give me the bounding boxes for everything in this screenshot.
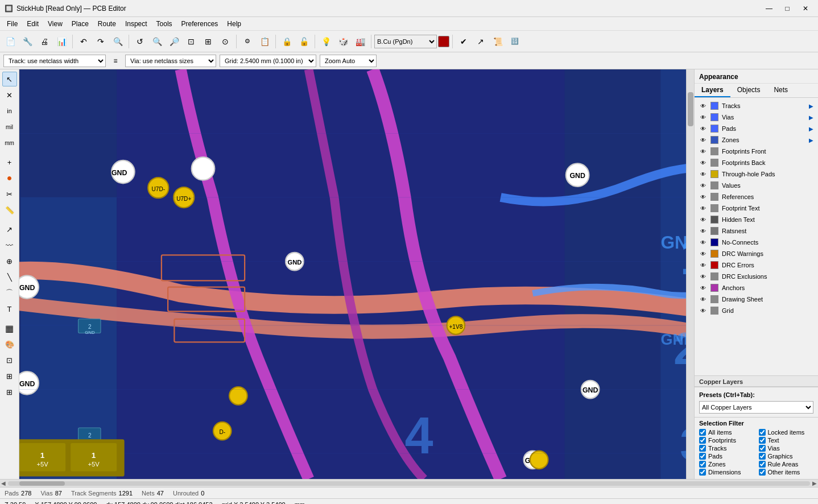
layer-arrow-icon[interactable]: ▶ [809,103,813,109]
layer-item[interactable]: 👁DRC Warnings [695,248,818,259]
menu-item-preferences[interactable]: Preferences [177,19,223,29]
sf-item-text[interactable]: Text [759,437,814,444]
lock-button[interactable]: 🔒 [279,34,295,49]
script-button[interactable]: 📜 [490,34,506,49]
tab-objects[interactable]: Objects [730,84,767,97]
layer-item[interactable]: 👁Zones▶ [695,134,818,146]
undo-button[interactable]: ↶ [76,34,92,49]
sf-item-rule-areas[interactable]: Rule Areas [759,461,814,468]
sf-item-other-items[interactable]: Other items [759,469,814,476]
sf-item-tracks[interactable]: Tracks [699,445,754,452]
layer-selector[interactable]: B.Cu (PgDn)B.Cu (PgDn) [374,35,437,48]
route-tool[interactable]: ↗ [2,222,17,237]
board-setup-button[interactable]: ⚙ [239,34,255,49]
ruler-tool[interactable]: in [2,104,17,118]
tab-nets[interactable]: Nets [767,84,795,97]
sf-item-vias[interactable]: Vias [759,445,814,452]
layer-item[interactable]: 👁References [695,191,818,203]
horizontal-scrollbar-thumb[interactable] [19,481,65,486]
maximize-btn[interactable]: □ [779,2,795,15]
layer-visibility-icon[interactable]: 👁 [699,204,707,212]
zoom-center-button[interactable]: ⊙ [217,34,233,49]
layer-visibility-icon[interactable]: 👁 [699,159,707,167]
zoom-out-button[interactable]: 🔎 [166,34,182,49]
pad-tool[interactable]: ⊡ [2,353,17,367]
draw-line-tool[interactable]: ╲ [2,270,17,284]
layer-item[interactable]: 👁Drawing Sheet [695,294,818,305]
redo-button[interactable]: ↷ [93,34,109,49]
layer-visibility-icon[interactable]: 👁 [699,181,707,189]
layer-item[interactable]: 👁Footprints Front [695,146,818,157]
net-inspector2-button[interactable]: 💡 [318,34,334,49]
layer-visibility-icon[interactable]: 👁 [699,272,707,280]
measure-tool[interactable]: 📏 [2,203,17,217]
track-width-btn[interactable]: ≡ [109,55,122,67]
sf-checkbox-other-items[interactable] [759,469,766,476]
layer-arrow-icon[interactable]: ▶ [809,114,813,121]
sf-checkbox-all-items[interactable] [699,429,706,436]
menu-item-help[interactable]: Help [222,19,246,29]
layer-visibility-icon[interactable]: 👁 [699,227,707,235]
router-button[interactable]: ↗ [473,34,489,49]
array-tool[interactable]: ⊞ [2,369,17,383]
via-size-select[interactable]: Via: use netclass sizes [125,55,216,67]
add-track-tool[interactable]: + [2,155,17,170]
sf-item-locked-items[interactable]: Locked items [759,429,814,436]
print-button[interactable]: 🖨 [36,34,52,49]
sf-checkbox-text[interactable] [759,437,766,444]
new-button[interactable]: 📄 [2,34,18,49]
sf-checkbox-tracks[interactable] [699,445,706,452]
layer-item[interactable]: 👁No-Connects [695,237,818,248]
layer-item[interactable]: 👁Vias▶ [695,111,818,123]
scissors-tool[interactable]: ✂ [2,187,17,201]
paint-tool[interactable]: 🎨 [2,337,17,352]
layer-item[interactable]: 👁Values [695,180,818,191]
layer-visibility-icon[interactable]: 👁 [699,307,707,315]
layer-visibility-icon[interactable]: 👁 [699,238,707,246]
sf-item-graphics[interactable]: Graphics [759,453,814,460]
layer-item[interactable]: 👁Footprints Back [695,157,818,168]
menu-item-inspect[interactable]: Inspect [121,19,152,29]
layer-item[interactable]: 👁Through-hole Pads [695,168,818,180]
layer-item[interactable]: 👁Ratsnest [695,225,818,237]
zoom-in-button[interactable]: 🔍 [149,34,165,49]
sf-item-footprints[interactable]: Footprints [699,437,754,444]
layer-item[interactable]: 👁Grid [695,305,818,316]
layer-visibility-icon[interactable]: 👁 [699,102,707,110]
mm-tool[interactable]: mm [2,135,17,150]
menu-item-edit[interactable]: Edit [22,19,43,29]
sf-item-all-items[interactable]: All items [699,429,754,436]
layer-item[interactable]: 👁Footprint Text [695,203,818,214]
layer-item[interactable]: 👁DRC Errors [695,259,818,271]
layer-visibility-icon[interactable]: 👁 [699,295,707,303]
layer-visibility-icon[interactable]: 👁 [699,125,707,133]
horizontal-scrollbar[interactable]: ◀ ▶ [0,479,818,487]
sf-checkbox-rule-areas[interactable] [759,461,766,468]
layer-arrow-icon[interactable]: ▶ [809,137,813,143]
presets-select[interactable]: All Copper Layers [699,401,813,414]
gerber-button[interactable]: 🔧 [19,34,35,49]
layer-item[interactable]: 👁Pads▶ [695,123,818,134]
layer-visibility-icon[interactable]: 👁 [699,216,707,224]
layer-item[interactable]: 👁Hidden Text [695,214,818,225]
sf-item-zones[interactable]: Zones [699,461,754,468]
layer-visibility-icon[interactable]: 👁 [699,113,707,121]
menu-item-place[interactable]: Place [67,19,93,29]
layer-visibility-icon[interactable]: 👁 [699,261,707,269]
menu-item-tools[interactable]: Tools [152,19,177,29]
net-inspector-button[interactable]: 📋 [257,34,272,49]
select-tool[interactable]: ↖ [2,72,17,86]
sf-item-dimensions[interactable]: Dimensions [699,469,754,476]
sf-checkbox-locked-items[interactable] [759,429,766,436]
sf-item-pads[interactable]: Pads [699,453,754,460]
route-single-tool[interactable]: ● [2,171,17,185]
tab-layers[interactable]: Layers [695,84,730,97]
3d-button[interactable]: 🎲 [335,34,351,49]
layer-item[interactable]: 👁Anchors [695,282,818,294]
inspect-tool[interactable]: ✕ [2,88,17,102]
minimize-btn[interactable]: — [761,2,777,15]
unit-tool[interactable]: mil [2,119,17,134]
sf-checkbox-footprints[interactable] [699,437,706,444]
sf-checkbox-zones[interactable] [699,461,706,468]
refresh-button[interactable]: ↺ [132,34,148,49]
